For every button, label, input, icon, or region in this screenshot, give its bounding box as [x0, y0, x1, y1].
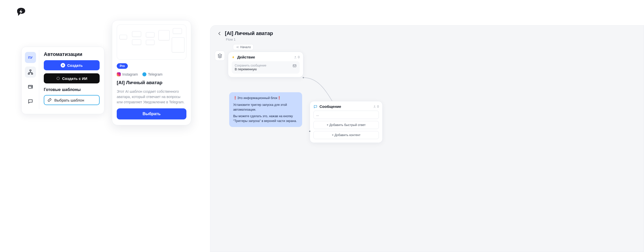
action-sub-label: Сохранить сообщение [235, 64, 266, 67]
bolt-icon [232, 55, 235, 59]
flow-title: [AI] Личный аватар [225, 30, 273, 36]
sitemap-icon [28, 69, 33, 75]
add-content-button[interactable]: + Добавить контент [313, 131, 379, 139]
sidebar-item-chat[interactable] [25, 96, 36, 107]
svg-point-7 [374, 106, 375, 106]
message-node-count: 0 [373, 105, 379, 108]
sidebar-avatar[interactable]: ПУ [25, 52, 36, 63]
choose-template-button[interactable]: Выбрать шаблон [44, 95, 100, 105]
back-arrow-icon[interactable] [217, 31, 222, 36]
plus-icon: + [61, 63, 65, 68]
create-ai-button-label: Создать с ИИ [62, 76, 87, 81]
instagram-icon [117, 72, 121, 76]
layers-button[interactable] [215, 51, 225, 61]
start-tag[interactable]: Начало [233, 44, 254, 50]
message-text-field[interactable]: ... [313, 111, 379, 119]
select-template-button[interactable]: Выбрать [117, 108, 186, 119]
template-card: Pro Instagram Telegram [AI] Личный авата… [112, 20, 191, 125]
sidebar-item-flows[interactable] [25, 67, 36, 78]
sidebar: ПУ [22, 50, 39, 109]
action-node[interactable]: Действие 0 Сохранить сообщение В перемен… [228, 52, 303, 77]
message-input-port[interactable] [308, 130, 311, 133]
svg-rect-2 [31, 73, 33, 75]
create-ai-button[interactable]: Создать с ИИ [44, 73, 100, 83]
pro-badge: Pro [117, 63, 128, 69]
automations-panel: ПУ Автоматизации + Создать Создать с ИИ … [21, 47, 104, 114]
message-node[interactable]: Сообщение 0 ... + Добавить быстрый ответ… [310, 101, 383, 143]
template-title: [AI] Личный аватар [117, 80, 186, 85]
svg-rect-1 [28, 73, 29, 75]
action-node-count: 0 [294, 55, 300, 59]
choose-template-label: Выбрать шаблон [54, 98, 84, 102]
message-node-title: Сообщение [319, 104, 341, 109]
action-node-title: Действие [237, 55, 255, 59]
flow-editor: [AI] Личный аватар Flow 1 Начало Действи… [210, 25, 644, 252]
svg-point-5 [295, 56, 296, 57]
info-block: ❗Это информационный блок❗ Установите три… [229, 92, 302, 127]
select-template-label: Выбрать [143, 112, 160, 116]
create-button[interactable]: + Создать [44, 60, 100, 70]
create-button-label: Создать [67, 63, 83, 68]
sidebar-item-wallet[interactable] [25, 81, 36, 92]
start-tag-label: Начало [240, 45, 251, 49]
panel-title: Автоматизации [44, 51, 100, 57]
sparkle-icon [56, 76, 60, 80]
enter-icon [236, 46, 239, 49]
platform-telegram: Telegram [142, 72, 163, 76]
template-thumbnail [117, 24, 186, 60]
platforms-row: Instagram Telegram [117, 72, 186, 76]
layers-icon [217, 53, 222, 58]
action-sub-value: В переменную [235, 67, 266, 71]
person-icon [294, 56, 297, 59]
action-subcard[interactable]: Сохранить сообщение В переменную [232, 61, 300, 74]
avatar-initials: ПУ [28, 56, 32, 59]
flow-subtitle: Flow 1 [226, 38, 235, 41]
svg-rect-6 [293, 65, 296, 67]
chat-bubble-icon [28, 99, 33, 104]
svg-point-4 [31, 87, 32, 87]
open-icon [293, 64, 297, 68]
telegram-icon [142, 72, 146, 76]
app-logo [15, 6, 27, 18]
add-quick-reply-button[interactable]: + Добавить быстрый ответ [313, 121, 379, 129]
wallet-icon [28, 84, 33, 89]
templates-header: Готовые шаблоны [44, 87, 100, 92]
template-description: Этот AI шаблон создает собственного ават… [117, 89, 186, 105]
platform-instagram: Instagram [117, 72, 138, 76]
message-icon [313, 105, 317, 109]
svg-rect-0 [30, 70, 31, 71]
person-icon [373, 105, 376, 108]
link-icon [47, 98, 52, 102]
